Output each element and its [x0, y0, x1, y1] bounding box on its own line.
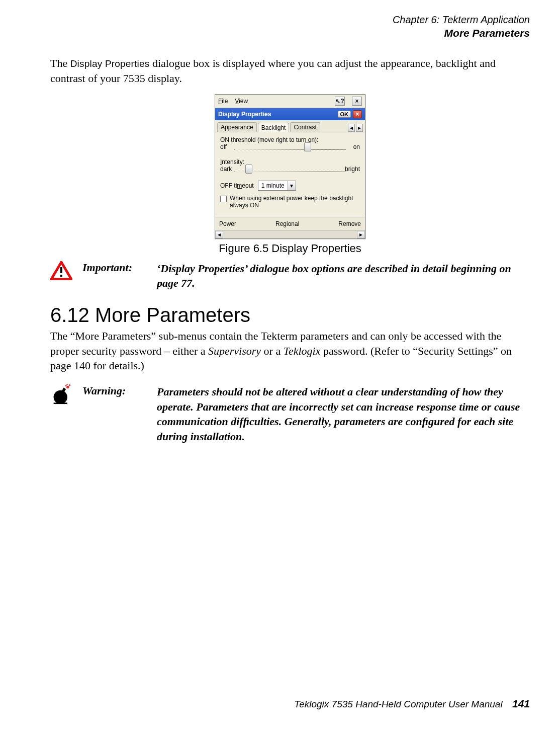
figure-caption: Figure 6.5 Display Properties [50, 242, 530, 255]
backlight-panel: ON threshold (move right to turn on): of… [215, 132, 365, 217]
help-icon: ↖? [335, 98, 344, 105]
slider-thumb[interactable] [304, 142, 311, 151]
supervisory-term: Supervisory [208, 345, 261, 357]
on-threshold-label: ON threshold (move right to turn on): [220, 136, 360, 143]
slider-left-label: off [220, 143, 227, 150]
app-menubar: File View ↖? × [215, 95, 365, 108]
external-power-row: When using external power keep the backl… [220, 195, 360, 209]
running-header: Chapter 6: Tekterm Application More Para… [50, 13, 530, 40]
manual-title: Teklogix 7535 Hand-Held Computer User Ma… [294, 699, 502, 709]
menu-file-rest: ile [222, 98, 228, 105]
dialog-titlebar: Display Properties OK × [215, 108, 365, 120]
timeout-value: 1 minute [258, 182, 288, 189]
close-icon: × [355, 98, 358, 105]
on-threshold-row: ON threshold (move right to turn on): of… [220, 136, 360, 154]
bottom-power[interactable]: Power [219, 220, 236, 227]
page-number: 141 [512, 698, 530, 709]
scroll-track[interactable] [223, 231, 357, 238]
tab-backlight[interactable]: Backlight [258, 123, 290, 132]
svg-point-5 [69, 384, 71, 386]
display-properties-term: Display Properties [70, 58, 150, 69]
teklogix-term: Teklogix [284, 345, 321, 357]
intensity-rest: ntensity: [222, 158, 244, 166]
warning-text: Parameters should not be altered without… [157, 384, 530, 444]
tab-contrast[interactable]: Contrast [290, 122, 320, 132]
timeout-combo[interactable]: 1 minute ▾ [258, 181, 296, 191]
display-properties-screenshot: File View ↖? × Display Properties OK × A… [215, 94, 365, 239]
window-close-button[interactable]: × [352, 97, 362, 106]
slider-track [234, 148, 346, 151]
help-button[interactable]: ↖? [335, 97, 345, 106]
combo-dropdown-button[interactable]: ▾ [288, 181, 296, 190]
warning-note: Warning: Parameters should not be altere… [50, 384, 530, 444]
chapter-label: Chapter 6: Tekterm Application [50, 13, 530, 26]
dialog-close-button[interactable]: × [353, 110, 362, 118]
intensity-label: Intensity: [220, 158, 360, 166]
chevron-right-icon: ▸ [358, 124, 361, 131]
menu-file[interactable]: File [218, 98, 228, 105]
svg-point-4 [66, 386, 69, 388]
tabs-row: Appearance Backlight Contrast ◂ ▸ [215, 120, 365, 132]
slider-right-label: on [353, 143, 360, 150]
intensity-slider[interactable]: dark bright [220, 166, 360, 177]
svg-rect-7 [54, 402, 67, 404]
slider-thumb[interactable] [245, 165, 252, 174]
bottom-bar: Power Regional Remove [215, 217, 365, 230]
section-text-mid: or a [261, 345, 284, 357]
important-label: Important: [82, 261, 148, 274]
warning-icon [50, 384, 73, 404]
svg-point-6 [54, 390, 67, 404]
bottom-scrollbar[interactable]: ◂ ▸ [215, 230, 365, 238]
menu-view[interactable]: View [235, 98, 248, 105]
intro-text-pre: The [50, 57, 70, 69]
bottom-regional[interactable]: Regional [275, 220, 299, 227]
timeout-label: OFF timeout [220, 182, 254, 189]
intensity-row: Intensity: dark bright [220, 158, 360, 177]
important-icon [50, 261, 73, 282]
svg-rect-2 [60, 275, 62, 277]
warning-label: Warning: [82, 384, 148, 397]
important-note: Important: ‘Display Properties’ dialogue… [50, 261, 530, 291]
section-label: More Parameters [50, 26, 530, 40]
menu-view-underline: V [235, 98, 239, 105]
dialog-title: Display Properties [218, 111, 338, 118]
tab-scroll-right[interactable]: ▸ [356, 124, 363, 132]
bottom-remove[interactable]: Remove [338, 220, 361, 227]
svg-rect-1 [60, 267, 62, 273]
ok-button[interactable]: OK [338, 111, 351, 118]
slider-left-label: dark [220, 166, 232, 173]
tab-nav: ◂ ▸ [348, 124, 363, 132]
manual-page: Chapter 6: Tekterm Application More Para… [0, 0, 560, 730]
scroll-right-button[interactable]: ▸ [357, 231, 365, 238]
figure-wrap: File View ↖? × Display Properties OK × A… [50, 94, 530, 255]
page-footer: Teklogix 7535 Hand-Held Computer User Ma… [294, 698, 530, 710]
section-paragraph: The “More Parameters” sub-menus contain … [50, 329, 530, 373]
chevron-down-icon: ▾ [290, 182, 293, 189]
tab-appearance[interactable]: Appearance [217, 122, 257, 132]
chevron-left-icon: ◂ [350, 124, 353, 131]
slider-right-label: bright [345, 166, 360, 173]
on-threshold-slider[interactable]: off on [220, 143, 360, 154]
tab-scroll-left[interactable]: ◂ [348, 124, 355, 132]
close-icon: × [355, 111, 359, 118]
intro-paragraph: The Display Properties dialogue box is d… [50, 56, 530, 86]
scroll-left-button[interactable]: ◂ [215, 231, 223, 238]
important-text: ‘Display Properties’ dialogue box option… [157, 261, 530, 291]
external-power-checkbox[interactable] [220, 196, 227, 202]
timeout-row: OFF timeout 1 minute ▾ [220, 181, 360, 191]
section-heading: 6.12 More Parameters [50, 304, 530, 327]
external-power-label: When using external power keep the backl… [230, 195, 360, 209]
menu-view-rest: iew [239, 98, 248, 105]
